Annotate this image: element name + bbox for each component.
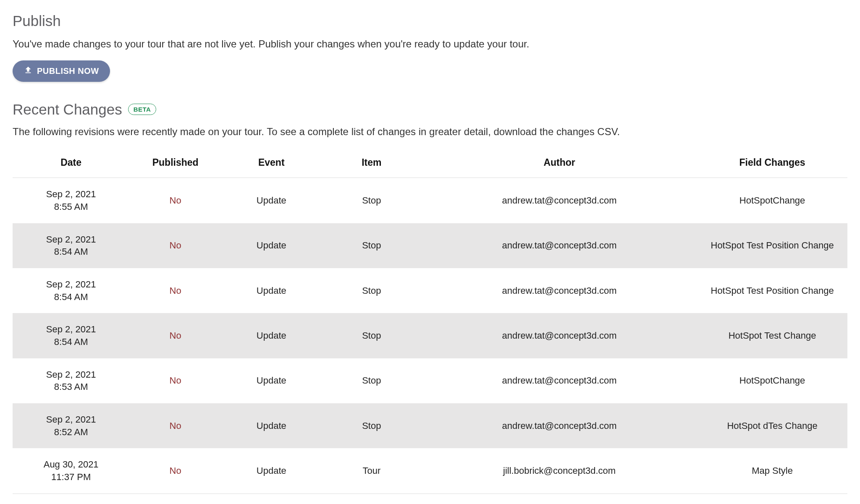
- cell-time-value: 8:53 AM: [17, 381, 125, 393]
- cell-published: No: [129, 178, 221, 223]
- cell-field-changes: HotSpot Test Position Change: [697, 223, 847, 268]
- col-published-header: Published: [129, 148, 221, 178]
- publish-title: Publish: [13, 13, 847, 29]
- cell-field-changes: HotSpotChange: [697, 358, 847, 403]
- cell-date-value: Aug 30, 2021: [17, 458, 125, 471]
- recent-changes-header: Recent Changes BETA: [13, 101, 847, 118]
- cell-date-value: Sep 2, 2021: [17, 278, 125, 291]
- cell-item: Stop: [322, 403, 422, 448]
- cell-date: Sep 2, 20218:54 AM: [13, 223, 129, 268]
- col-field-changes-header: Field Changes: [697, 148, 847, 178]
- cell-field-changes: HotSpot Test Position Change: [697, 268, 847, 313]
- cell-event: Update: [221, 178, 322, 223]
- changes-table: Date Published Event Item Author Field C…: [13, 148, 847, 494]
- cell-time-value: 8:54 AM: [17, 336, 125, 348]
- publish-now-button[interactable]: PUBLISH NOW: [13, 60, 110, 82]
- cell-date: Sep 2, 20218:54 AM: [13, 313, 129, 358]
- cell-published: No: [129, 223, 221, 268]
- recent-changes-title: Recent Changes: [13, 101, 122, 118]
- cell-event: Update: [221, 403, 322, 448]
- cell-published: No: [129, 313, 221, 358]
- cell-item: Tour: [322, 448, 422, 494]
- table-row: Sep 2, 20218:55 AMNoUpdateStopandrew.tat…: [13, 178, 847, 223]
- cell-item: Stop: [322, 358, 422, 403]
- cell-event: Update: [221, 358, 322, 403]
- cell-field-changes: HotSpot Test Change: [697, 313, 847, 358]
- table-row: Sep 2, 20218:53 AMNoUpdateStopandrew.tat…: [13, 358, 847, 403]
- cell-date: Sep 2, 20218:54 AM: [13, 268, 129, 313]
- recent-changes-section: Recent Changes BETA The following revisi…: [13, 101, 847, 504]
- cell-item: Stop: [322, 268, 422, 313]
- cell-event: Update: [221, 313, 322, 358]
- cell-item: Stop: [322, 178, 422, 223]
- cell-date: Sep 2, 20218:55 AM: [13, 178, 129, 223]
- cell-author: jill.bobrick@concept3d.com: [422, 448, 697, 494]
- cell-date: Sep 2, 20218:52 AM: [13, 403, 129, 448]
- cell-item: Stop: [322, 223, 422, 268]
- cell-published: No: [129, 403, 221, 448]
- publish-now-label: PUBLISH NOW: [37, 66, 99, 76]
- table-row: Sep 2, 20218:52 AMNoUpdateStopandrew.tat…: [13, 403, 847, 448]
- cell-field-changes: HotSpot dTes Change: [697, 403, 847, 448]
- table-header-row: Date Published Event Item Author Field C…: [13, 148, 847, 178]
- table-row: Sep 2, 20218:54 AMNoUpdateStopandrew.tat…: [13, 313, 847, 358]
- cell-author: andrew.tat@concept3d.com: [422, 358, 697, 403]
- publish-description: You've made changes to your tour that ar…: [13, 37, 847, 51]
- cell-time-value: 11:37 PM: [17, 471, 125, 483]
- cell-published: No: [129, 448, 221, 494]
- cell-date: Sep 2, 20218:53 AM: [13, 358, 129, 403]
- cell-author: andrew.tat@concept3d.com: [422, 178, 697, 223]
- publish-section: Publish You've made changes to your tour…: [13, 13, 847, 101]
- cell-date-value: Sep 2, 2021: [17, 413, 125, 426]
- cell-author: andrew.tat@concept3d.com: [422, 403, 697, 448]
- col-author-header: Author: [422, 148, 697, 178]
- cell-date: Aug 30, 202111:37 PM: [13, 448, 129, 494]
- cell-date-value: Sep 2, 2021: [17, 188, 125, 201]
- cell-author: andrew.tat@concept3d.com: [422, 268, 697, 313]
- col-event-header: Event: [221, 148, 322, 178]
- cell-field-changes: HotSpotChange: [697, 178, 847, 223]
- col-item-header: Item: [322, 148, 422, 178]
- cell-date-value: Sep 2, 2021: [17, 368, 125, 381]
- cell-author: andrew.tat@concept3d.com: [422, 313, 697, 358]
- cell-published: No: [129, 358, 221, 403]
- table-row: Aug 30, 202111:37 PMNoUpdateTourjill.bob…: [13, 448, 847, 494]
- cell-author: andrew.tat@concept3d.com: [422, 223, 697, 268]
- cell-field-changes: Map Style: [697, 448, 847, 494]
- cell-event: Update: [221, 448, 322, 494]
- cell-time-value: 8:55 AM: [17, 201, 125, 213]
- table-row: Sep 2, 20218:54 AMNoUpdateStopandrew.tat…: [13, 268, 847, 313]
- cell-published: No: [129, 268, 221, 313]
- table-row: Sep 2, 20218:54 AMNoUpdateStopandrew.tat…: [13, 223, 847, 268]
- recent-changes-description: The following revisions were recently ma…: [13, 125, 847, 139]
- cell-date-value: Sep 2, 2021: [17, 323, 125, 336]
- cell-time-value: 8:54 AM: [17, 245, 125, 258]
- cell-time-value: 8:52 AM: [17, 426, 125, 439]
- cell-event: Update: [221, 268, 322, 313]
- col-date-header: Date: [13, 148, 129, 178]
- cell-event: Update: [221, 223, 322, 268]
- cell-item: Stop: [322, 313, 422, 358]
- upload-icon: [24, 65, 33, 77]
- cell-date-value: Sep 2, 2021: [17, 233, 125, 246]
- beta-badge: BETA: [128, 104, 157, 115]
- cell-time-value: 8:54 AM: [17, 291, 125, 303]
